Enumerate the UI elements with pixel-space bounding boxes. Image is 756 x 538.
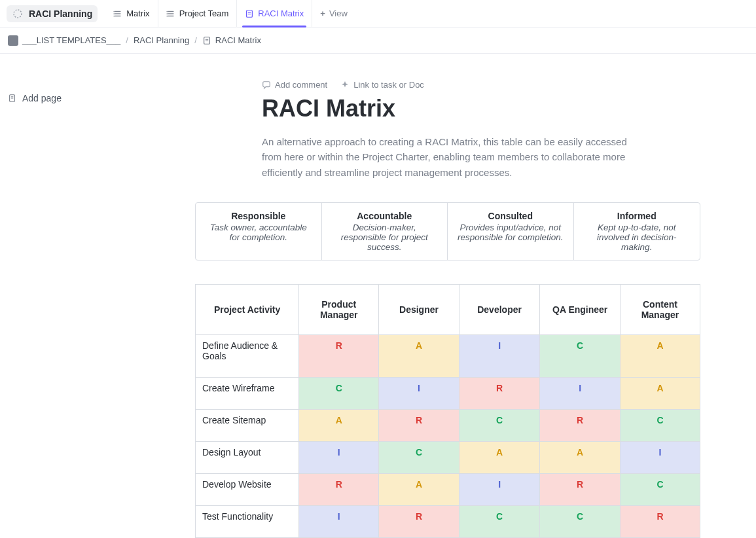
doc-actions: Add comment Link to task or Doc <box>164 80 700 90</box>
page-title: RACI Matrix <box>164 95 700 122</box>
definition-desc: Provides input/advice, not responsible f… <box>457 223 564 242</box>
tabs: MatrixProject TeamRACI Matrix+View <box>105 0 355 27</box>
definitions-table: ResponsibleTask owner, accountable for c… <box>195 202 700 260</box>
matrix-header-row: Project ActivityProduct ManagerDesignerD… <box>196 284 700 334</box>
tab-project-team[interactable]: Project Team <box>158 0 238 27</box>
page-description: An alternative approach to creating a RA… <box>164 134 648 180</box>
column-header-role: Designer <box>379 284 459 334</box>
definition-desc: Decision-maker, responsible for project … <box>331 223 439 252</box>
definition-cell: ConsultedProvides input/advice, not resp… <box>448 203 574 260</box>
column-header-role: Developer <box>459 284 540 334</box>
add-page-icon <box>8 94 17 103</box>
add-comment-label: Add comment <box>275 80 327 90</box>
raci-matrix-table: Project ActivityProduct ManagerDesignerD… <box>195 284 700 538</box>
column-header-role: QA Engineer <box>540 284 620 334</box>
svg-point-10 <box>166 10 168 12</box>
raci-cell: C <box>459 505 540 537</box>
raci-cell: C <box>620 473 700 505</box>
definition-desc: Task owner, accountable for completion. <box>205 223 312 242</box>
doc-icon <box>245 9 254 18</box>
raci-cell: C <box>540 505 620 537</box>
svg-point-6 <box>114 15 115 16</box>
activity-cell: Test Functionality <box>196 505 299 537</box>
add-page-button[interactable]: Add page <box>8 93 153 103</box>
sidebar: Add page <box>0 54 164 538</box>
link-task-label: Link to task or Doc <box>353 80 424 90</box>
raci-cell: I <box>299 441 379 473</box>
raci-cell: R <box>540 409 620 441</box>
raci-cell: A <box>620 334 700 377</box>
definition-desc: Kept up-to-date, not involved in decisio… <box>583 223 691 252</box>
svg-point-12 <box>166 15 168 16</box>
raci-cell: A <box>299 409 379 441</box>
app-icon <box>12 8 24 20</box>
app-title: RACI Planning <box>29 9 92 19</box>
raci-cell: I <box>459 334 540 377</box>
definition-cell: AccountableDecision-maker, responsible f… <box>322 203 448 260</box>
tab-raci-matrix[interactable]: RACI Matrix <box>237 0 312 27</box>
raci-cell: C <box>459 409 540 441</box>
column-header-role: Product Manager <box>299 284 379 334</box>
definition-title: Accountable <box>331 211 439 221</box>
folder-icon <box>8 35 18 46</box>
main: Add page Add comment Link to task or Doc <box>0 54 756 538</box>
add-view-label: View <box>329 9 348 18</box>
raci-cell: C <box>540 334 620 377</box>
definition-cell: InformedKept up-to-date, not involved in… <box>574 203 700 260</box>
raci-cell: R <box>379 505 459 537</box>
svg-point-11 <box>166 13 168 14</box>
raci-cell: R <box>299 473 379 505</box>
list-icon <box>166 9 175 18</box>
app-title-button[interactable]: RACI Planning <box>7 5 98 22</box>
raci-cell: C <box>379 441 459 473</box>
raci-cell: I <box>540 377 620 409</box>
content: Add comment Link to task or Doc RACI Mat… <box>164 54 756 538</box>
svg-point-4 <box>114 10 115 12</box>
raci-cell: A <box>379 334 459 377</box>
raci-cell: I <box>620 441 700 473</box>
breadcrumb-item[interactable]: RACI Planning <box>134 35 189 45</box>
raci-cell: A <box>379 473 459 505</box>
activity-cell: Define Audience & Goals <box>196 334 299 377</box>
table-row: Create SitemapARCRC <box>196 409 700 441</box>
activity-cell: Create Wireframe <box>196 377 299 409</box>
breadcrumb-bar: ___LIST TEMPLATES___ / RACI Planning / R… <box>0 27 756 54</box>
raci-cell: A <box>540 441 620 473</box>
activity-cell: Develop Website <box>196 473 299 505</box>
breadcrumb-label: RACI Matrix <box>215 35 261 45</box>
breadcrumb-item[interactable]: ___LIST TEMPLATES___ <box>8 35 120 46</box>
raci-cell: I <box>459 473 540 505</box>
list-icon <box>113 9 122 18</box>
raci-cell: R <box>540 473 620 505</box>
definition-title: Responsible <box>205 211 312 221</box>
breadcrumb-item[interactable]: RACI Matrix <box>202 35 261 45</box>
breadcrumb-label: ___LIST TEMPLATES___ <box>22 35 120 45</box>
top-bar: RACI Planning MatrixProject TeamRACI Mat… <box>0 0 756 27</box>
add-view-button[interactable]: +View <box>312 0 355 27</box>
raci-cell: C <box>620 409 700 441</box>
raci-cell: R <box>620 505 700 537</box>
svg-point-0 <box>14 10 22 18</box>
breadcrumb-separator: / <box>194 35 197 45</box>
raci-cell: A <box>459 441 540 473</box>
link-task-button[interactable]: Link to task or Doc <box>340 80 424 90</box>
doc-icon <box>202 36 211 45</box>
add-comment-button[interactable]: Add comment <box>262 80 327 90</box>
tab-matrix[interactable]: Matrix <box>105 0 158 27</box>
add-page-label: Add page <box>22 93 62 103</box>
comment-icon <box>262 81 271 90</box>
table-row: Create WireframeCIRIA <box>196 377 700 409</box>
activity-cell: Design Layout <box>196 441 299 473</box>
raci-cell: R <box>299 334 379 377</box>
breadcrumb-separator: / <box>126 35 128 45</box>
column-header-activity: Project Activity <box>196 284 299 334</box>
tab-label: Matrix <box>126 9 149 18</box>
tab-label: RACI Matrix <box>258 9 304 18</box>
definition-title: Consulted <box>457 211 564 221</box>
raci-cell: R <box>459 377 540 409</box>
table-row: Design LayoutICAAI <box>196 441 700 473</box>
raci-cell: A <box>620 377 700 409</box>
raci-cell: R <box>379 409 459 441</box>
tab-label: Project Team <box>179 9 229 18</box>
table-row: Test FunctionalityIRCCR <box>196 505 700 537</box>
